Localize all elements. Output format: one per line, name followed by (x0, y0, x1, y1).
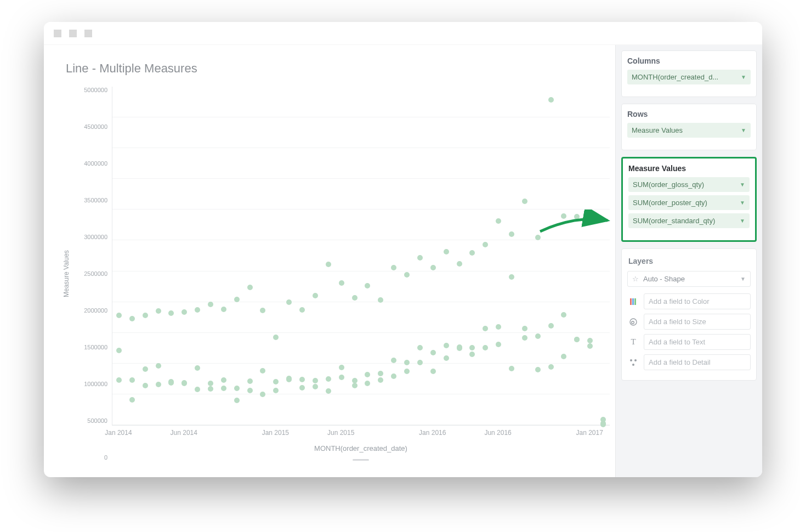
data-point[interactable] (561, 213, 566, 219)
data-point[interactable] (208, 386, 213, 392)
data-point[interactable] (352, 378, 358, 383)
data-point[interactable] (299, 307, 305, 313)
data-point[interactable] (548, 364, 554, 370)
data-point[interactable] (352, 383, 358, 388)
data-point[interactable] (260, 392, 265, 397)
data-point[interactable] (247, 378, 253, 384)
data-point[interactable] (587, 216, 593, 221)
data-point[interactable] (168, 310, 174, 316)
data-point[interactable] (561, 312, 566, 318)
data-point[interactable] (116, 377, 122, 383)
chart-footer-handle[interactable] (353, 459, 369, 461)
data-point[interactable] (522, 335, 527, 341)
data-point[interactable] (365, 372, 370, 377)
data-point[interactable] (168, 380, 174, 386)
data-point[interactable] (535, 333, 541, 339)
data-point[interactable] (339, 280, 344, 286)
data-point[interactable] (260, 368, 265, 373)
data-point[interactable] (221, 386, 226, 391)
data-point[interactable] (404, 272, 410, 278)
data-point[interactable] (509, 366, 514, 371)
data-point[interactable] (143, 366, 148, 372)
data-point[interactable] (247, 285, 253, 290)
data-point[interactable] (509, 231, 514, 237)
data-point[interactable] (430, 369, 436, 374)
data-point[interactable] (587, 338, 593, 343)
measure-value-pill[interactable]: SUM(order_standard_qty)▼ (628, 213, 750, 228)
data-point[interactable] (221, 307, 226, 312)
data-point[interactable] (548, 323, 554, 329)
data-point[interactable] (339, 365, 344, 370)
data-point[interactable] (326, 376, 331, 382)
layer-field-input-size[interactable]: Add a field to Size (644, 314, 751, 330)
data-point[interactable] (195, 365, 200, 371)
data-point[interactable] (496, 218, 501, 224)
data-point[interactable] (116, 313, 122, 318)
data-point[interactable] (483, 326, 488, 331)
data-point[interactable] (404, 360, 410, 365)
data-point[interactable] (483, 345, 488, 350)
data-point[interactable] (208, 302, 213, 307)
data-point[interactable] (417, 255, 423, 261)
data-point[interactable] (496, 342, 501, 347)
data-point[interactable] (378, 377, 383, 383)
data-point[interactable] (273, 388, 279, 393)
data-point[interactable] (116, 348, 122, 353)
data-point[interactable] (365, 283, 370, 288)
data-point[interactable] (181, 309, 187, 315)
data-point[interactable] (417, 345, 423, 350)
data-point[interactable] (195, 387, 200, 392)
data-point[interactable] (313, 293, 318, 298)
data-point[interactable] (574, 214, 580, 219)
data-point[interactable] (260, 308, 265, 313)
data-point[interactable] (469, 352, 475, 357)
data-point[interactable] (509, 274, 514, 280)
data-point[interactable] (299, 377, 305, 382)
layer-field-input-color[interactable]: Add a field to Color (644, 293, 751, 309)
window-control[interactable] (54, 30, 61, 37)
data-point[interactable] (273, 379, 279, 384)
data-point[interactable] (483, 242, 488, 247)
data-point[interactable] (143, 313, 148, 318)
data-point[interactable] (444, 355, 449, 361)
data-point[interactable] (286, 376, 292, 381)
data-point[interactable] (535, 235, 541, 240)
data-point[interactable] (378, 371, 383, 376)
data-point[interactable] (548, 97, 554, 103)
data-point[interactable] (299, 385, 305, 390)
data-point[interactable] (522, 326, 527, 331)
data-point[interactable] (286, 299, 292, 305)
data-point[interactable] (587, 343, 593, 349)
data-point[interactable] (313, 378, 318, 383)
data-point[interactable] (365, 381, 370, 386)
data-point[interactable] (535, 367, 541, 372)
data-point[interactable] (457, 344, 462, 350)
data-point[interactable] (574, 337, 580, 342)
data-point[interactable] (221, 377, 226, 383)
data-point[interactable] (234, 297, 240, 302)
data-point[interactable] (129, 377, 135, 383)
data-point[interactable] (247, 388, 253, 393)
data-point[interactable] (234, 398, 240, 403)
data-point[interactable] (417, 360, 423, 365)
data-point[interactable] (496, 324, 501, 330)
data-point[interactable] (156, 363, 161, 369)
data-point[interactable] (444, 249, 449, 254)
columns-pill[interactable]: MONTH(order_created_d... ▼ (627, 70, 751, 84)
layer-field-input-detail[interactable]: Add a field to Detail (644, 354, 751, 370)
data-point[interactable] (273, 335, 279, 340)
data-point[interactable] (430, 265, 436, 270)
data-point[interactable] (313, 384, 318, 389)
measure-value-pill[interactable]: SUM(order_poster_qty)▼ (628, 195, 750, 210)
data-point[interactable] (234, 386, 240, 391)
layer-field-input-text[interactable]: Add a field to Text (644, 334, 751, 350)
data-point[interactable] (522, 199, 527, 204)
data-point[interactable] (339, 375, 344, 380)
data-point[interactable] (156, 382, 161, 387)
data-point[interactable] (208, 381, 213, 386)
data-point[interactable] (457, 261, 462, 267)
measure-value-pill[interactable]: SUM(order_gloss_qty)▼ (628, 177, 750, 192)
data-point[interactable] (430, 350, 436, 355)
data-point[interactable] (378, 297, 383, 303)
rows-pill[interactable]: Measure Values ▼ (627, 123, 751, 138)
